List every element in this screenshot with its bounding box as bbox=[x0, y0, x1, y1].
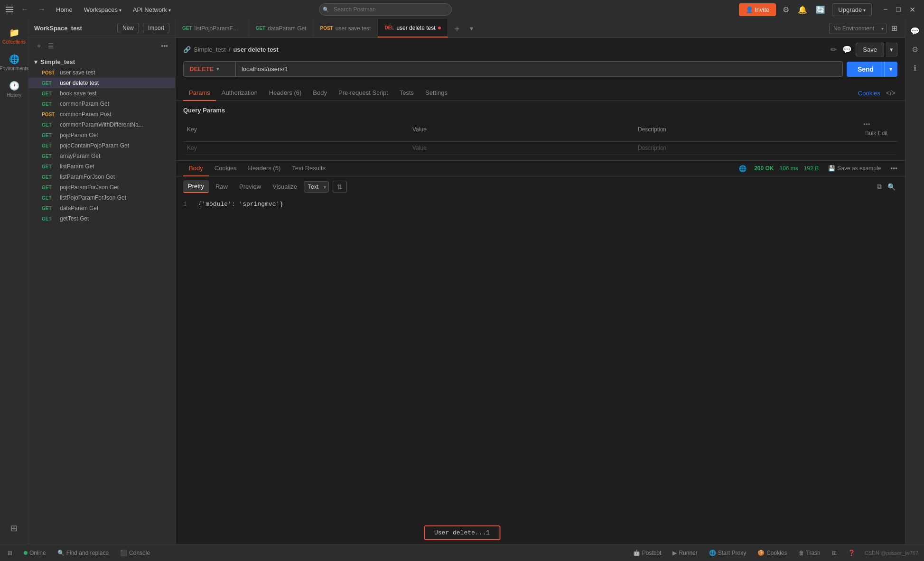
rs-comments-button[interactable]: 💬 bbox=[906, 23, 924, 39]
send-button[interactable]: Send bbox=[847, 62, 885, 77]
comment-icon-button[interactable]: 💬 bbox=[840, 43, 854, 56]
new-button[interactable]: New bbox=[117, 23, 139, 33]
sidebar-item-collections[interactable]: 📁 Collections bbox=[2, 23, 27, 49]
invite-button[interactable]: 👤 Invite bbox=[739, 3, 776, 16]
postbot-button[interactable]: 🤖 Postbot bbox=[631, 549, 663, 557]
send-dropdown-button[interactable]: ▾ bbox=[884, 62, 897, 77]
sidebar-item-mock[interactable]: ⊞ bbox=[2, 518, 27, 538]
new-tab-button[interactable]: ＋ bbox=[448, 23, 466, 34]
sidebar-item-environments[interactable]: 🌐 Environments bbox=[2, 49, 27, 76]
edit-icon-button[interactable]: ✏ bbox=[829, 43, 839, 56]
nav-back-button[interactable]: ← bbox=[19, 4, 30, 15]
tree-item[interactable]: GETlistParam Get bbox=[28, 161, 175, 172]
settings-icon-button[interactable]: ⚙ bbox=[781, 3, 791, 16]
collection-root-simple-test[interactable]: ▾ Simple_test bbox=[28, 56, 175, 67]
api-network-nav[interactable]: API Network bbox=[130, 4, 174, 15]
runner-button[interactable]: ▶ Runner bbox=[671, 549, 699, 557]
tree-item[interactable]: GETlistParamForJson Get bbox=[28, 172, 175, 182]
maximize-button[interactable]: □ bbox=[893, 4, 904, 15]
url-input[interactable] bbox=[236, 62, 842, 76]
cookies-bottom-button[interactable]: 🍪 Cookies bbox=[756, 549, 789, 557]
grid-button[interactable]: ⊞ bbox=[830, 549, 839, 557]
trash-button[interactable]: 🗑 Trash bbox=[797, 549, 822, 557]
value-input[interactable] bbox=[412, 145, 630, 151]
close-button[interactable]: ✕ bbox=[906, 4, 918, 15]
tab-item[interactable]: GETlistPojoParamForJs bbox=[176, 19, 249, 37]
tab-prerequest[interactable]: Pre-request Script bbox=[333, 85, 394, 101]
tab-body[interactable]: Body bbox=[307, 85, 333, 101]
tree-item[interactable]: GETpojoContainPojoParam Get bbox=[28, 140, 175, 151]
tree-item[interactable]: POSTuser save test bbox=[28, 67, 175, 78]
rs-info-button[interactable]: ℹ bbox=[910, 60, 920, 76]
save-example-button[interactable]: 💾 Save as example bbox=[824, 163, 885, 174]
tab-params[interactable]: Params bbox=[183, 85, 216, 101]
home-nav[interactable]: Home bbox=[53, 4, 75, 15]
more-tabs-button[interactable]: ▾ bbox=[466, 25, 477, 32]
console-button[interactable]: ⬛ Console bbox=[118, 549, 152, 557]
tab-item[interactable]: DELuser delete test bbox=[378, 19, 448, 37]
minimize-button[interactable]: − bbox=[880, 4, 890, 15]
code-snippet-icon[interactable]: </> bbox=[884, 87, 897, 99]
tree-item[interactable]: GETpojoParam Get bbox=[28, 130, 175, 140]
find-replace-button[interactable]: 🔍 Find and replace bbox=[56, 549, 111, 557]
tab-headers[interactable]: Headers (6) bbox=[263, 85, 308, 101]
help-button[interactable]: ❓ bbox=[846, 549, 857, 557]
res-tab-cookies[interactable]: Cookies bbox=[209, 161, 243, 176]
env-settings-icon[interactable]: ⊞ bbox=[889, 22, 899, 35]
save-dropdown-button[interactable]: ▾ bbox=[886, 43, 897, 56]
tree-item[interactable]: GETuser delete test bbox=[28, 78, 175, 88]
copy-button[interactable]: ⧉ bbox=[875, 181, 884, 193]
tree-item[interactable]: GETdataParam Get bbox=[28, 203, 175, 213]
save-main-button[interactable]: Save bbox=[856, 43, 884, 56]
tree-item[interactable]: GETbook save test bbox=[28, 88, 175, 99]
rs-settings-button[interactable]: ⚙ bbox=[908, 41, 922, 58]
start-proxy-button[interactable]: 🌐 Start Proxy bbox=[707, 549, 748, 557]
filter-icon-button[interactable]: ⇅ bbox=[333, 181, 347, 193]
workspace-name[interactable]: WorkSpace_test bbox=[34, 25, 113, 32]
nav-forward-button[interactable]: → bbox=[36, 4, 47, 15]
pretty-button[interactable]: Pretty bbox=[183, 180, 209, 193]
sync-icon-button[interactable]: 🔄 bbox=[814, 3, 827, 16]
res-tab-body[interactable]: Body bbox=[183, 161, 209, 176]
visualize-button[interactable]: Visualize bbox=[268, 181, 302, 193]
tree-item[interactable]: GETlistPojoParamForJson Get bbox=[28, 193, 175, 203]
tab-authorization[interactable]: Authorization bbox=[216, 85, 263, 101]
notifications-icon-button[interactable]: 🔔 bbox=[796, 3, 809, 16]
res-tab-headers[interactable]: Headers (5) bbox=[243, 161, 287, 176]
upgrade-button[interactable]: Upgrade bbox=[832, 3, 872, 16]
panel-toggle-button[interactable]: ⊞ bbox=[6, 549, 14, 557]
globe-icon[interactable]: 🌐 bbox=[737, 163, 748, 174]
workspaces-nav[interactable]: Workspaces bbox=[81, 4, 124, 15]
breadcrumb-parent[interactable]: Simple_test bbox=[194, 46, 226, 53]
tab-item[interactable]: POSTuser save test bbox=[314, 19, 378, 37]
tab-settings[interactable]: Settings bbox=[420, 85, 453, 101]
bulk-edit-button[interactable]: Bulk Edit bbox=[863, 128, 889, 138]
response-more-button[interactable]: ••• bbox=[890, 165, 897, 172]
desc-input[interactable] bbox=[638, 145, 856, 151]
raw-button[interactable]: Raw bbox=[211, 181, 233, 193]
filter-icon-button[interactable]: ☰ bbox=[47, 41, 56, 51]
tree-item[interactable]: GETarrayParam Get bbox=[28, 151, 175, 161]
hamburger-icon[interactable] bbox=[6, 7, 13, 12]
method-select[interactable]: DELETE ▾ bbox=[184, 62, 236, 76]
preview-button[interactable]: Preview bbox=[234, 181, 266, 193]
tree-item[interactable]: GETcommonParamWithDifferentNa... bbox=[28, 120, 175, 130]
env-select[interactable]: No Environment bbox=[829, 23, 887, 34]
tab-item[interactable]: GETdataParam Get bbox=[249, 19, 314, 37]
tab-tests[interactable]: Tests bbox=[394, 85, 420, 101]
format-select[interactable]: Text bbox=[304, 181, 329, 193]
import-button[interactable]: Import bbox=[143, 23, 169, 33]
search-response-button[interactable]: 🔍 bbox=[886, 181, 897, 193]
tree-item[interactable]: POSTcommonParam Post bbox=[28, 109, 175, 120]
cookies-link[interactable]: Cookies bbox=[854, 86, 884, 101]
key-input[interactable] bbox=[187, 145, 405, 151]
search-input[interactable] bbox=[319, 3, 452, 16]
res-tab-test-results[interactable]: Test Results bbox=[286, 161, 331, 176]
tree-item[interactable]: GETcommonParam Get bbox=[28, 99, 175, 109]
sidebar-item-history[interactable]: 🕐 History bbox=[2, 76, 27, 102]
tree-item[interactable]: GETpojoParamForJson Get bbox=[28, 182, 175, 193]
more-options-button[interactable]: ••• bbox=[159, 41, 169, 51]
online-status[interactable]: Online bbox=[22, 549, 48, 557]
add-collection-button[interactable]: ＋ bbox=[34, 40, 44, 52]
tree-item[interactable]: GETgetTest Get bbox=[28, 213, 175, 224]
